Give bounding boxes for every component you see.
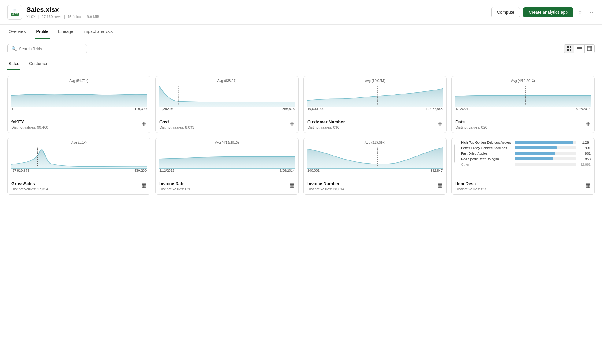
cost-name: Cost xyxy=(159,119,194,124)
cat-tab-sales[interactable]: Sales xyxy=(7,58,20,70)
main-tabs: Overview Profile Lineage Impact analysis xyxy=(0,25,602,39)
grid-view-toggle[interactable] xyxy=(564,45,574,53)
bar-wrap-2 xyxy=(515,146,576,149)
bar-item-1: High Top Golden Delcious Apples 1,284 xyxy=(461,141,591,144)
customer-number-chart-icon: ▦ xyxy=(437,120,443,127)
gross-sales-range: -27,929.875 539,200 xyxy=(11,169,147,172)
card-item-desc-info: Item Desc Distinct values: 825 ▦ xyxy=(452,178,594,194)
customer-number-avg-label: Avg (10.02M) xyxy=(307,79,443,83)
list-view-toggle[interactable] xyxy=(574,45,585,53)
file-meta: XLSX | 97,150 rows | 15 fields | 8.9 MiB xyxy=(26,15,491,19)
card-date-chart: Avg (4/12/2013) 1/12/2012 6/26/2014 xyxy=(452,76,594,116)
card-invoice-number-info: Invoice Number Distinct values: 38,314 ▦ xyxy=(304,178,446,194)
search-box: 🔍 xyxy=(7,44,87,53)
card-cost-info: Cost Distinct values: 8,693 ▦ xyxy=(156,116,298,133)
card-invoice-date-info: Invoice Date Distinct values: 626 ▦ xyxy=(156,178,298,194)
invoice-date-avg-label: Avg (4/12/2013) xyxy=(159,141,295,144)
invoice-number-chart-icon: ▦ xyxy=(437,182,443,189)
bar-fill-3 xyxy=(515,152,555,155)
cat-tab-customer[interactable]: Customer xyxy=(28,58,49,70)
key-range: 1 110,309 xyxy=(11,107,147,111)
date-range: 1/12/2012 6/26/2014 xyxy=(455,107,591,111)
card-gross-sales-chart: Avg (1.1k) -27,929.875 539,200 xyxy=(8,138,150,178)
svg-rect-5 xyxy=(577,48,582,49)
cost-max: 366,576 xyxy=(282,107,295,111)
key-avg-label: Avg (54.72k) xyxy=(11,79,147,83)
file-rows: 97,150 rows xyxy=(42,15,61,19)
bar-label-other: Other xyxy=(461,163,513,166)
bar-val-2: 931 xyxy=(578,146,591,150)
gross-sales-chart-icon: ▦ xyxy=(141,182,147,189)
key-distinct: Distinct values: 96,466 xyxy=(11,125,48,130)
card-key-chart: Avg (54.72k) 1 110,309 xyxy=(8,76,150,116)
date-avg-label: Avg (4/12/2013) xyxy=(455,79,591,83)
bar-item-2: Better Fancy Canned Sardines 931 xyxy=(461,146,591,150)
invoice-date-range: 1/12/2012 6/26/2014 xyxy=(159,169,295,172)
file-title: Sales.xlsx XLSX | 97,150 rows | 15 field… xyxy=(26,6,491,19)
tab-profile[interactable]: Profile xyxy=(35,25,50,39)
card-cost-chart: Avg (638.27) -9,392.93 366,576 xyxy=(156,76,298,116)
invoice-number-name: Invoice Number xyxy=(307,181,344,186)
cards-container: Avg (54.72k) 1 110,309 xyxy=(0,70,602,201)
card-key-info: %KEY Distinct values: 96,466 ▦ xyxy=(8,116,150,133)
bar-fill-1 xyxy=(515,141,573,144)
card-key: Avg (54.72k) 1 110,309 xyxy=(7,76,150,133)
category-tabs: Sales Customer xyxy=(0,58,602,70)
invoice-number-range: 100,001 332,847 xyxy=(307,169,443,172)
date-chart-icon: ▦ xyxy=(585,120,591,127)
bar-val-1: 1,284 xyxy=(578,141,591,144)
invoice-date-min: 1/12/2012 xyxy=(159,169,174,172)
card-invoice-number: Avg (213.09k) 100,001 332,847 xyxy=(303,138,447,195)
invoice-number-avg-label: Avg (213.09k) xyxy=(307,141,443,144)
bar-item-4: Red Spade Beef Bologna 858 xyxy=(461,157,591,161)
gross-sales-avg-label: Avg (1.1k) xyxy=(11,141,147,144)
tab-lineage[interactable]: Lineage xyxy=(57,25,75,39)
svg-rect-4 xyxy=(577,47,582,48)
file-fields: 15 fields xyxy=(67,15,81,19)
search-input[interactable] xyxy=(19,46,83,51)
customer-number-max: 10,027,583 xyxy=(426,107,443,111)
table-view-toggle[interactable] xyxy=(585,45,594,53)
date-distinct: Distinct values: 626 xyxy=(455,125,487,130)
bar-val-3: 901 xyxy=(578,152,591,155)
key-max: 110,309 xyxy=(134,107,147,111)
svg-rect-6 xyxy=(577,50,582,50)
tab-overview[interactable]: Overview xyxy=(7,25,28,39)
invoice-number-max: 332,847 xyxy=(430,169,443,172)
card-customer-number: Avg (10.02M) 10,000,000 10,027,583 xyxy=(303,76,447,133)
compute-button[interactable]: Compute xyxy=(491,7,520,17)
bar-fill-4 xyxy=(515,157,553,160)
item-desc-distinct: Distinct values: 825 xyxy=(455,187,487,191)
svg-rect-2 xyxy=(567,49,569,51)
customer-number-range: 10,000,000 10,027,583 xyxy=(307,107,443,111)
bar-item-other: Other 92,692 xyxy=(461,163,591,166)
svg-rect-0 xyxy=(567,46,569,48)
gross-sales-distinct: Distinct values: 17,324 xyxy=(11,187,48,191)
card-item-desc-chart: High Top Golden Delcious Apples 1,284 Be… xyxy=(452,138,594,178)
customer-number-min: 10,000,000 xyxy=(307,107,324,111)
more-options-icon[interactable]: ⋯ xyxy=(587,8,595,17)
invoice-number-distinct: Distinct values: 38,314 xyxy=(307,187,344,191)
file-icon: 📄 XLSX xyxy=(7,5,22,20)
card-item-desc: High Top Golden Delcious Apples 1,284 Be… xyxy=(452,138,595,195)
header-actions: Compute Create analytics app ☆ ⋯ xyxy=(491,7,595,17)
bar-wrap-1 xyxy=(515,141,576,144)
bar-label-3: Fast Dried Apples xyxy=(461,152,513,155)
gross-sales-max: 539,200 xyxy=(134,169,147,172)
card-customer-number-chart: Avg (10.02M) 10,000,000 10,027,583 xyxy=(304,76,446,116)
svg-rect-3 xyxy=(570,49,571,51)
card-gross-sales: Avg (1.1k) -27,929.875 539,200 xyxy=(7,138,150,195)
create-analytics-button[interactable]: Create analytics app xyxy=(523,7,573,17)
invoice-date-name: Invoice Date xyxy=(159,181,191,186)
star-icon[interactable]: ☆ xyxy=(576,8,584,17)
svg-rect-7 xyxy=(587,46,592,51)
bar-val-other: 92,692 xyxy=(578,163,591,166)
bar-item-3: Fast Dried Apples 901 xyxy=(461,152,591,155)
svg-rect-1 xyxy=(570,46,571,48)
tab-impact-analysis[interactable]: Impact analysis xyxy=(82,25,114,39)
toolbar: 🔍 xyxy=(0,39,602,58)
cards-grid: Avg (54.72k) 1 110,309 xyxy=(7,76,595,195)
file-name: Sales.xlsx xyxy=(26,6,491,14)
date-max: 6/26/2014 xyxy=(576,107,591,111)
card-invoice-date-chart: Avg (4/12/2013) 1/12/2012 6/26/2014 xyxy=(156,138,298,178)
